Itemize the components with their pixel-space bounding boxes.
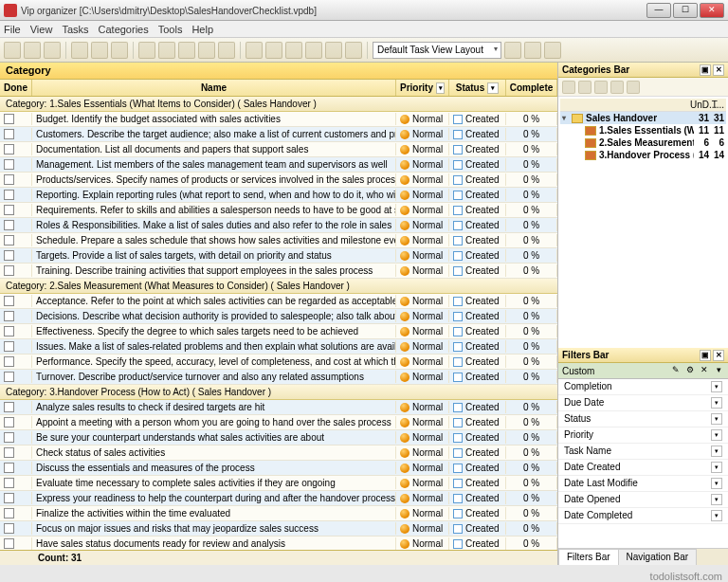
dropdown-icon[interactable]: ▾ [711, 478, 722, 489]
checkbox[interactable] [4, 493, 14, 503]
filter-row[interactable]: Date Created▾ [558, 460, 728, 476]
checkbox[interactable] [4, 205, 14, 215]
filter-row[interactable]: Status▾ [558, 411, 728, 427]
pane-pin-icon[interactable]: ▣ [700, 64, 711, 76]
category-tree[interactable]: UnD...T... ▾Sales Handover31311.Sales Es… [558, 97, 728, 163]
checkbox[interactable] [4, 129, 14, 139]
toolbar-btn[interactable] [138, 42, 155, 59]
dropdown-icon[interactable]: ▾ [711, 446, 722, 457]
col-name[interactable]: Name [32, 80, 396, 96]
filter-row[interactable]: Due Date▾ [558, 395, 728, 411]
checkbox[interactable] [4, 508, 14, 518]
checkbox[interactable] [4, 447, 14, 458]
mini-btn[interactable] [610, 81, 624, 94]
expand-icon[interactable]: ▾ [562, 114, 572, 122]
col-priority[interactable]: Priority▾ [396, 80, 449, 96]
task-row[interactable]: Have sales status documents ready for re… [0, 537, 557, 550]
task-grid[interactable]: Category: 1.Sales Essentials (What Items… [0, 97, 557, 550]
filter-row[interactable]: Date Last Modifie▾ [558, 476, 728, 492]
menu-help[interactable]: Help [191, 24, 213, 35]
maximize-button[interactable]: ☐ [673, 3, 698, 18]
tree-item[interactable]: ▾Sales Handover3131 [560, 112, 726, 124]
checkbox[interactable] [4, 417, 14, 427]
checkbox[interactable] [4, 114, 14, 124]
task-row[interactable]: Budget. Identify the budget associated w… [0, 112, 557, 127]
group-header[interactable]: Category: 2.Sales Measurement (What Meas… [0, 279, 557, 294]
dropdown-icon[interactable]: ▾ [711, 462, 722, 473]
toolbar-btn[interactable] [218, 42, 235, 59]
tree-item[interactable]: 3.Handover Process (How to1414 [560, 149, 726, 161]
toolbar-btn[interactable] [111, 42, 128, 59]
task-row[interactable]: Check status of sales activitiesNormalCr… [0, 446, 557, 461]
task-row[interactable]: Appoint a meeting with a person whom you… [0, 415, 557, 430]
toolbar-btn[interactable] [285, 42, 302, 59]
filter-icon[interactable]: ▾ [487, 82, 499, 94]
filter-row[interactable]: Date Completed▾ [558, 508, 728, 524]
menu-view[interactable]: View [30, 24, 53, 35]
task-row[interactable]: Analyze sales results to check if desire… [0, 400, 557, 415]
filter-row[interactable]: Task Name▾ [558, 444, 728, 460]
menu-categories[interactable]: Categories [99, 24, 149, 35]
col-complete[interactable]: Complete [506, 80, 557, 96]
toolbar-btn[interactable] [71, 42, 88, 59]
mini-btn[interactable] [562, 81, 575, 94]
toolbar-btn[interactable] [265, 42, 282, 59]
checkbox[interactable] [4, 190, 14, 200]
pane-close-icon[interactable]: ✕ [713, 64, 724, 76]
checkbox[interactable] [4, 432, 14, 443]
task-row[interactable]: Performance. Specify the speed, accuracy… [0, 355, 557, 370]
checkbox[interactable] [4, 311, 14, 321]
toolbar-btn[interactable] [325, 42, 342, 59]
filter-custom-row[interactable]: Custom ✎⚙✕▾ [558, 363, 728, 379]
checkbox[interactable] [4, 296, 14, 306]
mini-btn[interactable] [627, 81, 640, 94]
toolbar-btn[interactable] [504, 42, 521, 59]
checkbox[interactable] [4, 326, 14, 336]
checkbox[interactable] [4, 235, 14, 246]
task-row[interactable]: Training. Describe training activities t… [0, 264, 557, 279]
task-row[interactable]: Issues. Make a list of sales-related pro… [0, 339, 557, 355]
task-row[interactable]: Discuss the essentials and measures of t… [0, 461, 557, 476]
col-done[interactable]: Done [0, 80, 32, 96]
toolbar-btn[interactable] [305, 42, 322, 59]
close-button[interactable]: ✕ [700, 3, 724, 18]
dropdown-icon[interactable]: ▾ [711, 494, 722, 505]
menu-tools[interactable]: Tools [158, 24, 183, 35]
task-row[interactable]: Documentation. List all documents and pa… [0, 142, 557, 157]
dropdown-icon[interactable]: ▾ [711, 429, 722, 441]
checkbox[interactable] [4, 538, 14, 549]
task-row[interactable]: Targets. Provide a list of sales targets… [0, 248, 557, 264]
group-header[interactable]: Category: 1.Sales Essentials (What Items… [0, 97, 557, 112]
task-row[interactable]: Express your readiness to help the count… [0, 491, 557, 506]
checkbox[interactable] [4, 174, 14, 185]
task-row[interactable]: Be sure your counterpart understands wha… [0, 430, 557, 446]
filter-tool-icon[interactable]: ▾ [713, 365, 724, 376]
col-status[interactable]: Status▾ [449, 80, 506, 96]
filter-row[interactable]: Date Opened▾ [558, 492, 728, 508]
mini-btn[interactable] [578, 81, 592, 94]
task-row[interactable]: Products/services. Specify names of prod… [0, 173, 557, 188]
dropdown-icon[interactable]: ▾ [711, 413, 722, 425]
mini-btn[interactable] [594, 81, 608, 94]
task-row[interactable]: Schedule. Prepare a sales schedule that … [0, 233, 557, 248]
filter-tool-icon[interactable]: ⚙ [684, 365, 696, 376]
filter-icon[interactable]: ▾ [436, 82, 445, 94]
checkbox[interactable] [4, 523, 14, 534]
checkbox[interactable] [4, 372, 14, 382]
pane-close-icon[interactable]: ✕ [713, 350, 724, 361]
menu-file[interactable]: File [4, 24, 21, 35]
toolbar-btn[interactable] [345, 42, 362, 59]
task-row[interactable]: Requirements. Refer to skills and abilit… [0, 203, 557, 218]
filter-tool-icon[interactable]: ✕ [699, 365, 710, 376]
tree-item[interactable]: 1.Sales Essentials (What Ite1111 [560, 124, 726, 136]
layout-dropdown[interactable]: Default Task View Layout [373, 42, 501, 59]
pane-pin-icon[interactable]: ▣ [700, 350, 711, 361]
toolbar-btn[interactable] [91, 42, 108, 59]
minimize-button[interactable]: — [646, 3, 671, 18]
filter-tool-icon[interactable]: ✎ [670, 365, 682, 376]
toolbar-btn[interactable] [544, 42, 561, 59]
checkbox[interactable] [4, 402, 14, 412]
checkbox[interactable] [4, 478, 14, 488]
checkbox[interactable] [4, 341, 14, 352]
task-row[interactable]: Customers. Describe the target audience;… [0, 127, 557, 142]
